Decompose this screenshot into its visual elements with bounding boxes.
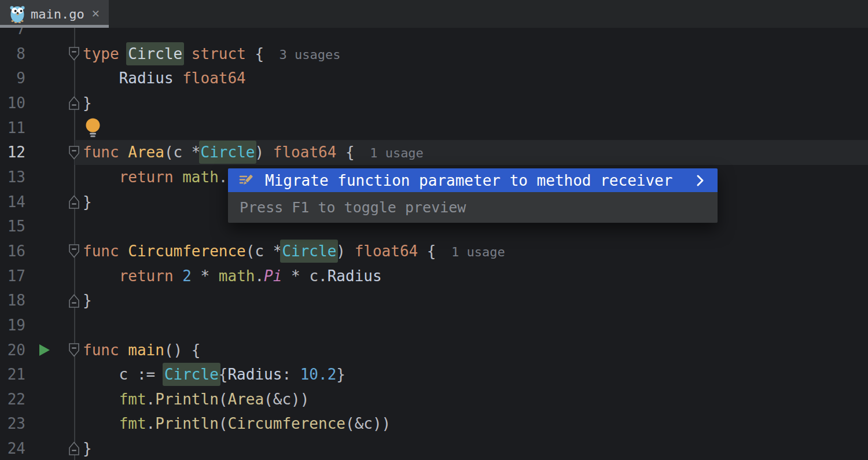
fold-marker-icon[interactable] [68,343,80,358]
code-editor[interactable]: 78 type Circle struct { 3 usages9 Radius… [0,0,868,460]
line-number[interactable]: 10 [0,91,25,116]
code-token: float64 [355,242,418,260]
code-token: c := [83,366,164,383]
code-text: } [83,91,92,116]
code-token: Radius [227,366,282,383]
line-number[interactable]: 9 [0,66,25,91]
code-line: 21 c := Circle{Radius: 10.2} [0,362,868,387]
fold-marker-icon[interactable] [68,194,80,209]
line-number[interactable]: 19 [0,313,25,338]
code-token: Radius [328,267,382,285]
code-token: { [219,366,228,383]
code-token: : [282,366,300,383]
line-number[interactable]: 21 [0,362,25,387]
code-token: Area [227,391,264,408]
goland-window: 78 type Circle struct { 3 usages9 Radius… [0,0,868,460]
code-token: ) [336,242,354,260]
code-token: . [219,168,228,186]
code-token: 1 usage [355,146,424,160]
intention-action-item[interactable]: Migrate function parameter to method rec… [228,168,718,192]
code-token: * c. [282,267,327,285]
popup-hint-panel: Press F1 to toggle preview [228,192,718,223]
code-text: func main() { [83,338,201,363]
code-token [83,168,119,186]
code-line: 20 func main() { [0,338,868,363]
run-button-icon[interactable] [38,343,50,357]
code-token [174,69,183,87]
tab-main-go[interactable]: main.go ✕ [0,0,109,28]
fold-marker-icon[interactable] [68,46,80,61]
code-token: Circle [163,363,220,386]
line-number[interactable]: 12 [0,140,25,165]
intention-bulb-icon[interactable] [85,117,101,138]
code-line: 24 } [0,436,868,460]
code-token [83,69,119,87]
code-token: func [83,341,128,359]
active-tab-underline [0,25,109,28]
code-token: } [83,193,92,211]
code-text: func Circumference(c *Circle) float64 { … [83,239,505,265]
code-token: Circumference [227,415,345,432]
code-token [83,391,119,408]
code-token: * [192,267,219,285]
line-number[interactable]: 17 [0,264,25,289]
code-line: 18 } [0,288,868,313]
code-token: . [146,391,156,408]
line-number[interactable]: 16 [0,239,25,264]
code-line: 8 type Circle struct { 3 usages [0,42,868,67]
code-token: struct [192,45,246,62]
go-gopher-icon [10,5,25,23]
fold-marker-icon[interactable] [68,145,80,160]
code-token: { [418,242,436,260]
editor-tab-bar: main.go ✕ [0,0,868,28]
code-token: (c * [246,242,282,260]
code-token: return [119,267,183,285]
code-text: Radius float64 [83,66,246,91]
code-token: } [83,440,92,457]
code-token: (&c)) [264,391,309,408]
code-token: Circumference [128,242,246,260]
tab-label: main.go [31,7,84,21]
line-number[interactable]: 11 [0,116,25,141]
line-number[interactable]: 13 [0,165,25,190]
line-number[interactable]: 15 [0,214,25,239]
code-text: } [83,288,92,313]
code-token: type [83,45,128,62]
code-token: float64 [182,69,246,87]
line-number[interactable]: 24 [0,436,25,460]
line-number[interactable]: 20 [0,338,25,363]
fold-marker-icon[interactable] [68,244,80,259]
code-token: . [146,415,156,432]
code-text: func Area(c *Circle) float64 { 1 usage [83,140,424,166]
line-number[interactable]: 23 [0,411,25,436]
fold-marker-icon[interactable] [68,293,80,308]
fold-marker-icon[interactable] [68,95,80,111]
code-token: Println [155,415,219,432]
code-token: ( [219,415,228,432]
line-number[interactable]: 14 [0,190,25,215]
submenu-chevron-icon [696,174,705,187]
code-line: 23 fmt.Println(Circumference(&c)) [0,411,868,436]
code-token: Pi [264,267,282,285]
code-token: { [336,143,354,161]
close-tab-icon[interactable]: ✕ [91,9,100,19]
code-token [182,45,192,62]
code-token: Circle [199,141,257,164]
code-token [83,415,119,432]
line-number[interactable]: 18 [0,288,25,313]
code-token: 3 usages [264,47,340,62]
code-text: fmt.Println(Area(&c)) [83,387,309,412]
intention-action-label: Migrate function parameter to method rec… [265,172,696,189]
code-token: () { [164,341,201,359]
intention-action-pencil-icon [238,173,253,188]
line-number[interactable]: 8 [0,42,25,67]
intention-popup: Migrate function parameter to method rec… [228,168,718,223]
code-token: return [119,168,183,186]
fold-marker-icon[interactable] [68,441,80,456]
code-token: fmt [119,415,146,432]
code-token: . [255,267,264,285]
code-token: { [246,45,264,62]
code-token: ( [219,391,228,408]
code-token: (c * [164,143,201,161]
line-number[interactable]: 22 [0,387,25,412]
